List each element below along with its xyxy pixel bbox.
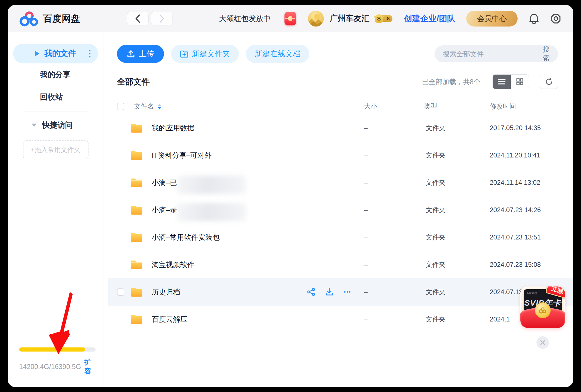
search-button[interactable]: 搜索 — [543, 45, 550, 63]
folder-icon — [130, 205, 143, 215]
file-size: – — [364, 124, 424, 132]
gear-icon — [550, 13, 561, 24]
redacted-blur — [177, 203, 246, 221]
file-time: 2024.11.14 13:02 — [490, 179, 558, 186]
file-rows: 我的应用数据 – 文件夹 2017.05.20 14:35 IT资料分享–可对外… — [117, 114, 558, 333]
column-time[interactable]: 修改时间 — [490, 102, 558, 111]
list-view-button[interactable] — [493, 75, 511, 89]
table-row[interactable]: IT资料分享–可对外 – 文件夹 2024.11.20 10:41 — [108, 142, 573, 169]
table-row[interactable]: 小滴–已 – 文件夹 2024.11.14 13:02 — [108, 169, 573, 196]
svip-promo-card[interactable]: 百度网盘 SVIP年卡 立减 — [520, 286, 565, 328]
close-icon — [540, 340, 546, 346]
sidebar-item-quick-access[interactable]: 快捷访问 — [8, 115, 104, 136]
search-bar: 搜索 — [435, 45, 558, 62]
folder-icon — [130, 123, 143, 133]
storage-progress-fill — [19, 347, 85, 352]
folder-icon — [130, 314, 143, 324]
red-packet-icon[interactable] — [284, 12, 296, 25]
refresh-button[interactable] — [540, 75, 558, 89]
sidebar-item-my-shares[interactable]: 我的分享 — [8, 63, 104, 86]
file-name[interactable]: 小滴–录 — [152, 205, 177, 215]
forward-button[interactable] — [151, 12, 173, 25]
refresh-icon — [545, 78, 553, 86]
row-actions — [307, 288, 351, 296]
file-type: 文件夹 — [424, 178, 490, 187]
file-size: – — [364, 233, 424, 241]
new-online-doc-button[interactable]: 新建在线文档 — [246, 45, 309, 63]
search-divider — [537, 50, 537, 58]
search-input[interactable] — [443, 50, 531, 58]
sort-arrows-icon[interactable] — [158, 104, 162, 109]
table-row[interactable]: 我的应用数据 – 文件夹 2017.05.20 14:35 — [108, 114, 573, 142]
row-checkbox[interactable] — [117, 288, 124, 296]
table-row[interactable]: 百度云解压 – 文件夹 2024.1 — [108, 306, 573, 333]
share-icon[interactable] — [307, 288, 315, 296]
grid-view-button[interactable] — [511, 75, 529, 89]
folder-icon — [130, 150, 143, 160]
download-icon[interactable] — [325, 288, 333, 296]
top-header: 百度网盘 大额红包发放中 广州车友汇 — [8, 5, 573, 32]
file-type: 文件夹 — [424, 260, 490, 269]
file-name[interactable]: 我的应用数据 — [152, 123, 194, 133]
more-actions-icon[interactable] — [343, 288, 351, 296]
view-toggle — [492, 74, 529, 89]
folder-plus-icon — [180, 50, 189, 58]
storage-progress-bar — [19, 347, 96, 352]
table-row[interactable]: 历史归档 – 文件夹 2024.07.13 14:46 — [108, 278, 573, 306]
list-header: 全部文件 已全部加载，共8个 — [117, 74, 558, 89]
file-size: – — [364, 179, 424, 186]
sidebar: 我的文件 我的分享 回收站 快捷访问 +拖入常用文件夹 14200.4G/163… — [8, 32, 104, 387]
member-center-button[interactable]: 会员中心 — [466, 11, 518, 27]
table-header: 文件名 大小 类型 修改时间 — [117, 98, 558, 114]
collapse-triangle-icon[interactable] — [32, 124, 37, 127]
table-row[interactable]: 小滴–常用软件安装包 – 文件夹 2024.07.23 13:51 — [108, 224, 573, 251]
gold-coin-icon — [535, 302, 551, 318]
file-name[interactable]: 百度云解压 — [152, 315, 187, 324]
settings-gear-button[interactable] — [550, 13, 561, 24]
expand-storage-link[interactable]: 扩容 — [84, 358, 95, 376]
upload-button[interactable]: 上传 — [117, 45, 164, 63]
main-panel: 上传 新建文件夹 新建在线文档 搜索 — [104, 32, 573, 387]
red-packet-promo-text[interactable]: 大额红包发放中 — [219, 14, 271, 24]
file-name[interactable]: 小滴–已 — [152, 178, 177, 188]
file-size: – — [364, 315, 424, 323]
username[interactable]: 广州车友汇 — [330, 13, 369, 24]
folder-icon — [130, 232, 143, 242]
sidebar-item-my-files[interactable]: 我的文件 — [13, 44, 98, 63]
new-folder-button[interactable]: 新建文件夹 — [171, 45, 239, 63]
column-type[interactable]: 类型 — [424, 102, 490, 111]
table-row[interactable]: 淘宝视频软件 – 文件夹 2024.07.23 15:08 — [108, 251, 573, 278]
upload-icon — [127, 50, 135, 58]
drop-folder-target[interactable]: +拖入常用文件夹 — [23, 140, 89, 159]
expand-triangle-icon[interactable] — [35, 51, 39, 56]
column-size[interactable]: 大小 — [364, 102, 424, 111]
sidebar-divider — [25, 112, 87, 112]
page-title: 全部文件 — [117, 76, 150, 87]
file-time: 2024.07.23 15:08 — [490, 261, 558, 268]
baidu-netdisk-logo-icon — [19, 10, 40, 27]
svip-promo: 百度网盘 SVIP年卡 立减 — [520, 286, 565, 349]
file-name[interactable]: 小滴–常用软件安装包 — [152, 233, 219, 242]
notification-bell-button[interactable] — [529, 13, 539, 24]
more-menu-icon[interactable] — [89, 50, 90, 57]
file-size: – — [364, 151, 424, 159]
file-name[interactable]: 淘宝视频软件 — [152, 260, 194, 270]
file-name[interactable]: 历史归档 — [152, 287, 180, 297]
select-all-checkbox[interactable] — [117, 103, 124, 110]
table-row[interactable]: 小滴–录 – 文件夹 2024.07.23 14:26 — [108, 196, 573, 224]
sidebar-item-recycle-bin[interactable]: 回收站 — [8, 86, 104, 108]
file-type: 文件夹 — [424, 315, 490, 324]
load-status: 已全部加载，共8个 — [422, 77, 480, 86]
file-type: 文件夹 — [424, 206, 490, 214]
close-promo-button[interactable] — [536, 336, 549, 349]
column-name[interactable]: 文件名 — [134, 102, 154, 111]
svip-level-badge[interactable]: S 8 — [374, 14, 392, 23]
back-button[interactable] — [127, 12, 149, 25]
file-time: 2017.05.20 14:35 — [490, 124, 558, 132]
file-type: 文件夹 — [424, 233, 490, 242]
file-name[interactable]: IT资料分享–可对外 — [152, 151, 212, 160]
storage-section: 14200.4G/16390.5G 扩容 — [8, 347, 104, 387]
avatar[interactable] — [308, 11, 324, 27]
create-team-link[interactable]: 创建企业/团队 — [404, 13, 455, 24]
folder-icon — [130, 259, 143, 270]
